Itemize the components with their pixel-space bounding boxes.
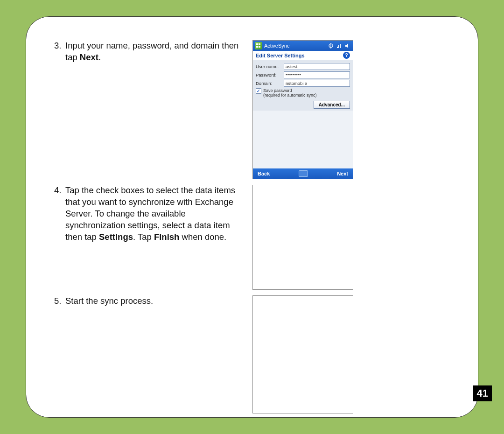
pda-title: ActiveSync: [264, 43, 289, 49]
step-5-screenshot: [252, 295, 353, 413]
savepw-line2: (required for automatic sync): [263, 93, 317, 98]
help-icon[interactable]: ?: [343, 52, 350, 59]
step-3-row: 3. Input your name, password, and domain…: [54, 40, 450, 179]
checkbox-savepw[interactable]: ✓: [256, 88, 261, 94]
connectivity-icon[interactable]: [328, 42, 334, 49]
svg-rect-3: [259, 46, 260, 48]
label-password: Password:: [256, 72, 282, 77]
step-4-row: 4. Tap the check boxes to select the dat…: [54, 185, 450, 290]
step-5-pretext: Start the sync process.: [65, 296, 153, 306]
step-4-bold-finish: Finish: [154, 232, 179, 242]
placeholder-screenshot-5: [252, 295, 353, 413]
svg-rect-8: [340, 44, 341, 48]
step-3-text: 3. Input your name, password, and domain…: [54, 40, 252, 63]
windows-start-icon[interactable]: [255, 42, 262, 49]
svg-rect-6: [337, 47, 338, 48]
input-password[interactable]: *********: [284, 71, 350, 78]
signal-icon[interactable]: [336, 42, 343, 49]
row-domain: Domain: nstomobile: [256, 80, 350, 87]
step-4-bold-settings: Settings: [99, 232, 133, 242]
step-4-midtext: . Tap: [133, 232, 154, 242]
pda-subheader: Edit Server Settings ?: [253, 51, 353, 60]
svg-rect-1: [259, 43, 260, 45]
label-username: User name:: [256, 64, 282, 69]
content: 3. Input your name, password, and domain…: [26, 17, 478, 417]
step-3-bold-next: Next: [80, 52, 98, 62]
step-5-number: 5.: [54, 295, 65, 307]
pda-bottombar: Back Next: [253, 168, 353, 179]
speaker-icon[interactable]: [344, 42, 351, 49]
row-password: Password: *********: [256, 71, 350, 78]
pda-titlebar: ActiveSync: [253, 41, 353, 51]
form-area: User name: astest Password: ********* Do…: [253, 60, 353, 111]
pda-body-blank: [253, 111, 353, 168]
advanced-button[interactable]: Advanced...: [314, 101, 350, 109]
step-5-row: 5. Start the sync process.: [54, 295, 450, 413]
svg-rect-0: [256, 43, 258, 45]
step-5-body: Start the sync process.: [65, 295, 244, 307]
page-card: 3. Input your name, password, and domain…: [26, 16, 478, 418]
softkey-back[interactable]: Back: [258, 171, 270, 176]
step-4-body: Tap the check boxes to select the data i…: [65, 185, 244, 243]
step-3-posttext: .: [98, 52, 101, 62]
row-advanced: Advanced...: [256, 101, 350, 109]
placeholder-screenshot-4: [252, 185, 353, 290]
label-domain: Domain:: [256, 81, 282, 86]
step-3-body: Input your name, password, and domain th…: [65, 40, 244, 63]
step-5-text: 5. Start the sync process.: [54, 295, 252, 307]
step-4-text: 4. Tap the check boxes to select the dat…: [54, 185, 252, 243]
softkey-next[interactable]: Next: [337, 171, 348, 176]
svg-rect-7: [338, 45, 339, 48]
input-username[interactable]: astest: [284, 63, 350, 70]
subheader-title: Edit Server Settings: [256, 53, 305, 58]
input-domain[interactable]: nstomobile: [284, 80, 350, 87]
step-4-posttext: when done.: [179, 232, 226, 242]
page-number: 41: [473, 385, 492, 401]
svg-marker-9: [345, 43, 348, 48]
step-3-screenshot: ActiveSync Edit Server Setting: [252, 40, 353, 179]
keyboard-icon[interactable]: [299, 170, 308, 177]
row-username: User name: astest: [256, 63, 350, 70]
step-4-number: 4.: [54, 185, 65, 243]
step-4-screenshot: [252, 185, 353, 290]
row-savepw: ✓ Save password (required for automatic …: [256, 88, 350, 98]
savepw-line1: Save password: [263, 88, 292, 93]
pda-device: ActiveSync Edit Server Setting: [252, 40, 353, 179]
savepw-text: Save password (required for automatic sy…: [263, 88, 317, 98]
svg-rect-2: [256, 46, 258, 48]
step-3-number: 3.: [54, 40, 65, 63]
